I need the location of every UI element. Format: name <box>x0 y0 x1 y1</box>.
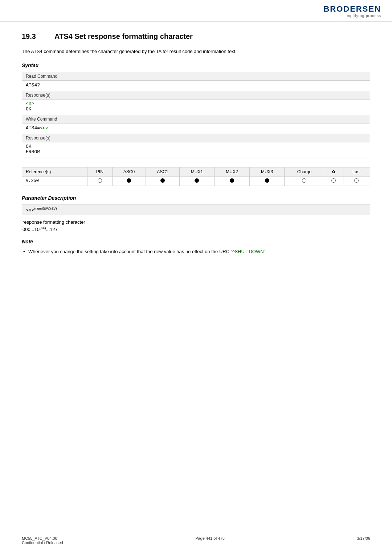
page-header: BRODERSEN simplifying process <box>0 0 392 21</box>
dot-empty-pin <box>98 178 102 183</box>
ref-v250-last <box>343 176 370 186</box>
dot-empty-icon <box>331 178 336 183</box>
read-command-text: ATS4? <box>22 81 370 91</box>
ref-col-asc0: ASC0 <box>112 167 146 176</box>
ref-col-pin: PIN <box>87 167 112 176</box>
intro-text-before: The <box>22 49 31 54</box>
read-responses: <n> OK <box>22 100 370 115</box>
param-name: <n> <box>26 207 34 213</box>
brand-tagline: simplifying process <box>323 14 381 18</box>
write-command-text: ATS4=<n> <box>22 123 370 134</box>
intro-text-after: command determines the character generat… <box>42 49 237 54</box>
write-command-code: ATS4=<n> <box>26 125 48 131</box>
ref-col-last: Last <box>343 167 370 176</box>
ref-v250-asc1 <box>146 176 179 186</box>
dot-empty-last <box>354 178 359 183</box>
dot-filled-mux2 <box>230 178 234 183</box>
dot-filled-asc0 <box>127 178 131 183</box>
param-name-cell: <n>(num)(&W)(&V) <box>22 204 370 215</box>
param-row: <n>(num)(&W)(&V) <box>22 204 370 215</box>
logo: BRODERSEN simplifying process <box>323 4 381 18</box>
param-desc-heading: Parameter Description <box>22 195 370 201</box>
intro-paragraph: The ATS4 command determines the characte… <box>22 48 370 55</box>
read-command-header-row: Read Command ATS4? Response(s) <n> OK <box>22 72 370 115</box>
param-range-end: ...127 <box>46 227 58 232</box>
main-content: 19.3 ATS4 Set response formatting charac… <box>0 21 392 270</box>
note-list: Whenever you change the setting take int… <box>22 248 370 255</box>
section-number: 19.3 <box>22 32 44 41</box>
ref-table-row: V.250 <box>22 176 370 186</box>
ref-v250-pin <box>87 176 112 186</box>
footer-center: Page 441 of 475 <box>195 536 225 545</box>
ref-col-mux2: MUX2 <box>215 167 250 176</box>
ref-v250-asc0 <box>112 176 146 186</box>
ref-col-icon: ✿ <box>324 167 343 176</box>
ref-v250-mux3 <box>249 176 285 186</box>
note-heading: Note <box>22 239 370 244</box>
ref-col-charge: Charge <box>285 167 324 176</box>
ref-v250-label: V.250 <box>22 176 87 186</box>
section-title: ATS4 Set response formatting character <box>54 32 193 41</box>
write-response-error: ERROR <box>26 149 366 155</box>
brand-name: BRODERSEN <box>323 4 381 14</box>
param-range-sup: (&F) <box>40 226 46 230</box>
parameter-table: <n>(num)(&W)(&V) <box>22 204 370 215</box>
param-range-start: 000...10 <box>23 227 40 232</box>
param-description: response formatting character <box>22 219 370 225</box>
read-response-ok: OK <box>26 106 366 112</box>
footer-status: Confidential / Released <box>22 540 63 545</box>
read-response-n: <n> <box>26 101 366 106</box>
param-range: 000...10(&F)...127 <box>22 226 370 232</box>
ref-col-mux1: MUX1 <box>179 167 215 176</box>
write-responses: OK ERROR <box>22 142 370 158</box>
footer-date: 3/17/06 <box>357 536 370 545</box>
dot-filled-mux1 <box>195 178 199 183</box>
read-command-code: ATS4? <box>26 82 40 88</box>
footer-left: MC55_ATC_V04.00 Confidential / Released <box>22 536 63 545</box>
ref-table-header-row: Reference(s) PIN ASC0 ASC1 MUX1 MUX2 MUX… <box>22 167 370 176</box>
ref-v250-charge <box>285 176 324 186</box>
write-command-header-row: Write Command ATS4=<n> Response(s) OK ER… <box>22 115 370 158</box>
read-response-label: Response(s) <box>22 91 370 100</box>
section-heading: 19.3 ATS4 Set response formatting charac… <box>22 32 370 41</box>
page-footer: MC55_ATC_V04.00 Confidential / Released … <box>0 533 392 548</box>
ref-col-asc1: ASC1 <box>146 167 179 176</box>
reference-table: Reference(s) PIN ASC0 ASC1 MUX1 MUX2 MUX… <box>22 167 370 186</box>
ref-header-label: Reference(s) <box>22 167 87 176</box>
syntax-heading: Syntax <box>22 62 370 68</box>
syntax-table: Read Command ATS4? Response(s) <n> OK Wr… <box>22 72 370 158</box>
write-response-label: Response(s) <box>22 134 370 142</box>
ref-v250-mux1 <box>179 176 215 186</box>
param-superscript: (num)(&W)(&V) <box>34 207 57 210</box>
note-text-after: ". <box>264 249 267 254</box>
ref-col-mux3: MUX3 <box>249 167 285 176</box>
shutdown-link[interactable]: ^SHUT-DOWN <box>232 249 264 254</box>
write-command-label: Write Command <box>22 115 370 123</box>
ats4-link[interactable]: ATS4 <box>31 49 42 54</box>
dot-filled-mux3 <box>265 178 269 183</box>
dot-empty-charge <box>302 178 306 183</box>
footer-doc-id: MC55_ATC_V04.00 <box>22 536 63 540</box>
dot-filled-asc1 <box>160 178 165 183</box>
write-response-ok: OK <box>26 144 366 149</box>
read-command-label: Read Command <box>22 72 370 81</box>
ref-v250-mux2 <box>215 176 250 186</box>
note-item: Whenever you change the setting take int… <box>22 248 370 255</box>
ref-v250-icon <box>324 176 343 186</box>
note-text-before: Whenever you change the setting take int… <box>28 249 232 254</box>
